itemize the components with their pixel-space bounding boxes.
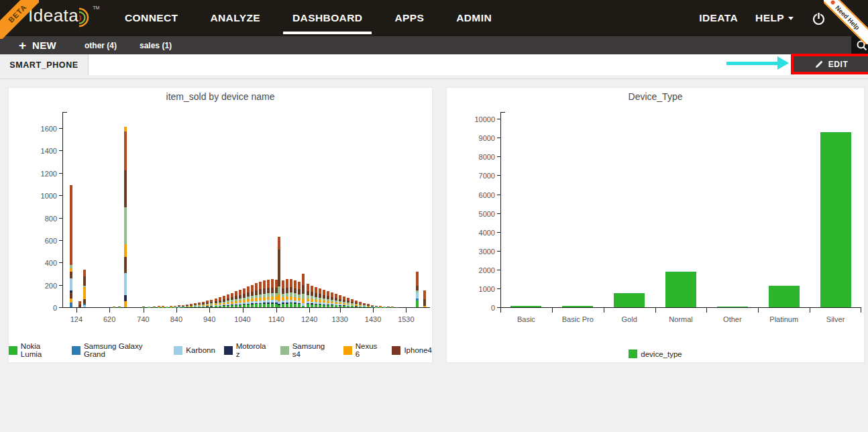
stacked-bar — [166, 307, 168, 307]
stacked-bar — [371, 305, 374, 307]
stacked-bar — [375, 306, 378, 307]
stacked-bar — [383, 307, 386, 307]
chart-panel-device-type: Device_Type 0100020003000400050006000700… — [446, 87, 865, 363]
nav-item-connect[interactable]: CONNECT — [125, 0, 178, 36]
x-axis-tick — [276, 308, 277, 313]
stacked-bar — [359, 302, 362, 307]
bar-segment — [282, 288, 284, 294]
bar-segment — [231, 305, 233, 307]
bar-segment — [278, 294, 280, 301]
stacked-bar — [298, 282, 301, 307]
bar-segment — [286, 304, 288, 307]
stacked-bar — [290, 279, 292, 308]
bar-segment — [227, 306, 229, 307]
account-menu[interactable]: IDEATA — [699, 12, 738, 24]
legend-label: Motorola z — [236, 342, 272, 358]
bar-segment — [423, 290, 426, 299]
stacked-bar — [251, 285, 254, 307]
stacked-bar — [263, 280, 266, 307]
x-axis-label: 940 — [191, 315, 228, 323]
y-axis — [500, 112, 501, 308]
bar-segment — [315, 287, 317, 293]
annotation-arrow — [726, 62, 779, 65]
y-axis-label: 8000 — [460, 153, 495, 161]
stacked-bar — [363, 303, 366, 307]
nav-item-apps[interactable]: APPS — [394, 0, 424, 36]
stacked-bar — [355, 301, 358, 307]
chart-legend: Nokia LumiaSamsung Galaxy GrandKarbonnMo… — [9, 342, 432, 358]
bar-segment — [198, 307, 201, 307]
bar-segment — [267, 304, 270, 307]
stacked-bar — [275, 280, 278, 307]
bar-segment — [259, 282, 262, 289]
bar-segment — [83, 305, 86, 307]
bar-segment — [83, 299, 86, 304]
y-axis-label: 600 — [22, 237, 57, 245]
y-axis-label: 6000 — [460, 191, 495, 199]
bar-segment — [219, 306, 221, 307]
stacked-bar — [311, 286, 313, 307]
bar-segment — [271, 288, 274, 293]
stacked-bar — [198, 303, 201, 307]
bar-segment — [259, 289, 262, 294]
y-axis-label: 3000 — [460, 248, 495, 256]
stacked-bar — [327, 291, 329, 307]
stacked-bar — [339, 295, 341, 307]
stacked-bar — [259, 282, 262, 307]
item-sold-plot: 0200400600800100012001400160012462074084… — [62, 112, 430, 308]
bar-segment — [302, 306, 305, 308]
nav-item-analyze[interactable]: ANALYZE — [210, 0, 260, 36]
bar-segment — [290, 303, 292, 307]
bar-segment — [124, 295, 127, 301]
bar-segment — [235, 305, 237, 307]
stacked-bar — [78, 301, 81, 307]
stacked-bar — [162, 306, 164, 307]
stacked-bar — [113, 307, 115, 307]
stacked-bar — [124, 127, 127, 307]
group-tab-other[interactable]: other (4) — [85, 41, 117, 50]
nav-item-dashboard[interactable]: DASHBOARD — [292, 0, 362, 36]
stacked-bar — [307, 284, 309, 307]
need-help-ribbon[interactable]: Need Help — [824, 0, 868, 44]
bar-segment — [124, 244, 127, 257]
y-axis-tick — [497, 119, 500, 119]
bar-segment — [423, 299, 426, 306]
bar-segment — [70, 272, 72, 278]
y-axis-label: 400 — [22, 259, 57, 267]
bar-segment — [124, 273, 127, 295]
bar-gold — [614, 293, 645, 307]
x-axis-label: 1140 — [258, 315, 295, 323]
bar-segment — [282, 304, 284, 307]
legend-item: Iphone4 — [392, 346, 432, 355]
legend-label: Samsung Galaxy Grand — [84, 342, 165, 358]
x-axis-label: 620 — [91, 315, 128, 323]
bar-segment — [416, 292, 419, 298]
stacked-bar — [286, 279, 288, 307]
tab-smart-phone[interactable]: SMART_PHONE — [0, 54, 89, 75]
stacked-bar — [282, 280, 284, 307]
x-axis-label: 1040 — [224, 315, 262, 323]
bar-segment — [215, 306, 217, 307]
x-axis-tick — [76, 308, 77, 313]
x-axis-label: 740 — [125, 315, 162, 323]
help-menu[interactable]: HELP — [755, 12, 794, 24]
y-axis-tick — [59, 173, 62, 174]
bar-segment — [267, 280, 270, 288]
group-tab-sales[interactable]: sales (1) — [140, 41, 172, 50]
y-axis-tick — [497, 232, 500, 233]
edit-button[interactable]: EDIT — [794, 56, 868, 72]
bar-segment — [327, 305, 329, 307]
nav-item-admin[interactable]: ADMIN — [456, 0, 492, 36]
bar-segment — [223, 306, 225, 307]
bar-segment — [319, 288, 321, 294]
new-dashboard-button[interactable]: + NEW — [19, 39, 56, 52]
bar-segment — [70, 292, 72, 298]
stacked-bar — [416, 272, 419, 307]
bar-segment — [294, 280, 296, 288]
bar-normal — [665, 272, 696, 307]
y-axis-cap — [62, 112, 67, 113]
stacked-bar — [158, 306, 160, 307]
y-axis-tick — [497, 213, 500, 214]
bar-segment — [247, 286, 250, 292]
bar-segment — [263, 280, 266, 288]
